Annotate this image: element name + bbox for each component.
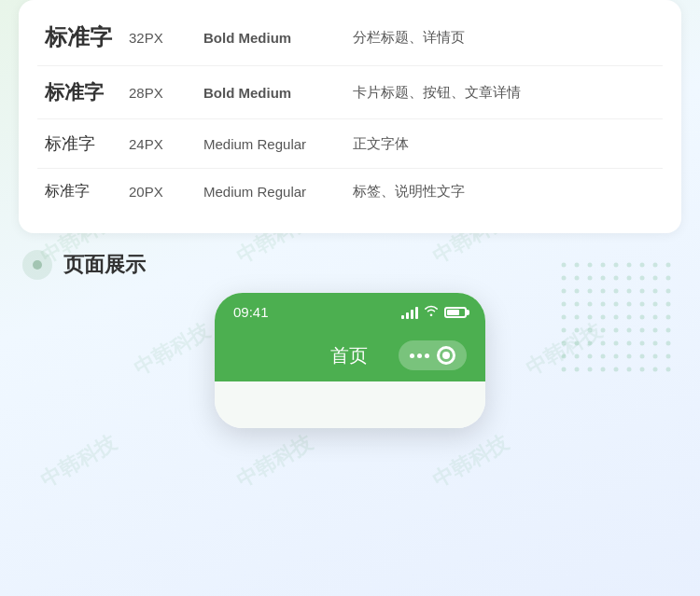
section-header: 页面展示 — [0, 233, 700, 293]
style-label: Medium Regular — [196, 119, 345, 169]
typography-card: 标准字 32PX Bold Medium 分栏标题、详情页 标准字 28PX B… — [19, 0, 681, 233]
size-label: 28PX — [121, 66, 196, 119]
phone-mockup: 09:41 — [215, 293, 485, 428]
camera-icon — [437, 346, 455, 365]
wifi-icon — [424, 304, 439, 320]
nav-title: 首页 — [299, 343, 399, 368]
table-row: 标准字 32PX Bold Medium 分栏标题、详情页 — [37, 9, 663, 66]
table-row: 标准字 20PX Medium Regular 标签、说明性文字 — [37, 169, 663, 215]
phone-body-content — [215, 381, 485, 428]
style-label: Bold Medium — [196, 9, 345, 66]
usage-label: 标签、说明性文字 — [345, 169, 663, 215]
style-label: Bold Medium — [196, 66, 345, 119]
style-label: Medium Regular — [196, 169, 345, 215]
char-label: 标准字 — [37, 9, 121, 66]
nav-right-button[interactable] — [399, 340, 467, 370]
usage-label: 正文字体 — [345, 119, 663, 169]
char-label: 标准字 — [37, 119, 121, 169]
section-dot-icon — [22, 250, 52, 280]
usage-label: 卡片标题、按钮、文章详情 — [345, 66, 663, 119]
size-label: 32PX — [121, 9, 196, 66]
table-row: 标准字 24PX Medium Regular 正文字体 — [37, 119, 663, 169]
table-row: 标准字 28PX Bold Medium 卡片标题、按钮、文章详情 — [37, 66, 663, 119]
char-label: 标准字 — [37, 169, 121, 215]
char-label: 标准字 — [37, 66, 121, 119]
usage-label: 分栏标题、详情页 — [345, 9, 663, 66]
typography-table: 标准字 32PX Bold Medium 分栏标题、详情页 标准字 28PX B… — [37, 9, 663, 215]
phone-time: 09:41 — [233, 304, 269, 320]
phone-status-bar: 09:41 — [215, 293, 485, 329]
phone-preview-area: 09:41 — [0, 293, 700, 428]
phone-status-icons — [401, 304, 467, 320]
nav-dots-icon — [410, 353, 429, 358]
battery-icon — [444, 307, 467, 318]
phone-nav-bar: 首页 — [215, 329, 485, 381]
size-label: 20PX — [121, 169, 196, 215]
section-title-text: 页面展示 — [63, 251, 146, 279]
signal-icon — [401, 306, 418, 319]
size-label: 24PX — [121, 119, 196, 169]
